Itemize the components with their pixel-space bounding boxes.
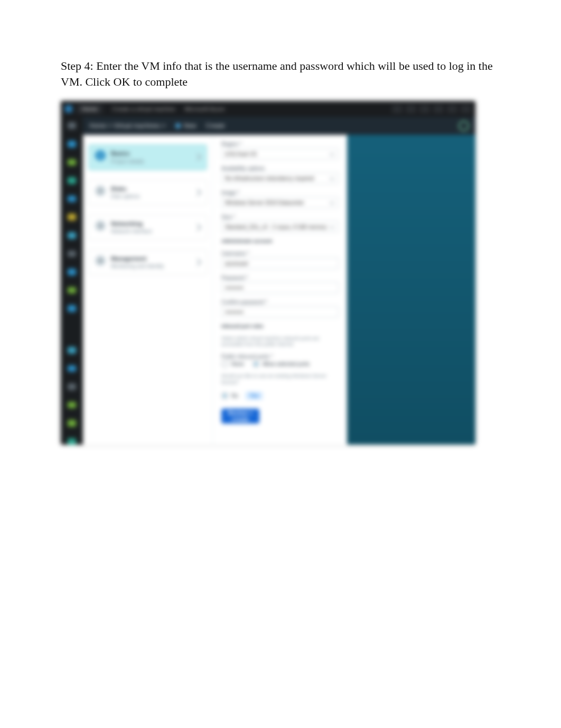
field-inbound-ports: Public inbound ports * None Allow select… xyxy=(221,354,339,367)
step-title: Disks xyxy=(111,186,190,192)
license-yes-link[interactable]: Yes xyxy=(246,392,263,400)
window-titlebar: Home Create a virtual machine Microsoft … xyxy=(61,101,475,117)
step-subtitle: Project details xyxy=(111,159,190,164)
step-subtitle: Network interface xyxy=(111,228,190,234)
resources-icon[interactable] xyxy=(68,196,76,202)
username-label: Username * xyxy=(221,251,339,256)
title-extra: Microsoft Azure xyxy=(185,106,225,112)
win-btn-6[interactable] xyxy=(461,105,471,113)
step-number-icon: 3 xyxy=(95,220,106,231)
help-icon[interactable] xyxy=(68,347,76,354)
step-subtitle: Disk options xyxy=(111,193,190,199)
step-title: Networking xyxy=(111,220,190,227)
review-create-button[interactable]: Review + create xyxy=(221,409,259,423)
radio-license-no[interactable] xyxy=(221,392,228,399)
win-btn-4[interactable] xyxy=(433,105,444,113)
wizard-steps: 1 Basics Project details 2 Disks Disk op… xyxy=(83,135,212,445)
settings-icon[interactable] xyxy=(68,365,76,372)
menu-icon[interactable] xyxy=(68,122,76,129)
ports-none-label: None xyxy=(231,361,244,367)
favorites-icon[interactable] xyxy=(68,214,76,220)
maximize-icon[interactable] xyxy=(406,105,416,113)
home-icon[interactable] xyxy=(68,141,76,148)
field-password: Password * xyxy=(221,275,339,293)
password-input[interactable] xyxy=(221,282,339,293)
field-license: No Yes xyxy=(221,392,339,400)
size-dropdown[interactable]: Standard_D2s_v3 - 2 vcpus, 8 GiB memory xyxy=(221,221,339,233)
cost-icon[interactable] xyxy=(68,383,76,390)
availability-label: Availability options xyxy=(221,165,339,171)
chevron-right-icon xyxy=(194,259,201,266)
ports-label: Public inbound ports * xyxy=(221,354,339,360)
title-tab[interactable]: Home xyxy=(77,104,102,114)
title-path: Create a virtual machine xyxy=(112,106,175,112)
advisor-icon[interactable] xyxy=(68,402,76,409)
admin-header: Administrator account xyxy=(221,238,339,245)
field-availability: Availability options No infrastructure r… xyxy=(221,165,339,184)
app-icon xyxy=(65,105,72,113)
win-btn-5[interactable] xyxy=(447,105,457,113)
availability-dropdown[interactable]: No infrastructure redundancy required xyxy=(221,172,339,184)
step-subtitle: Monitoring and identity xyxy=(111,263,190,269)
vm-icon[interactable] xyxy=(68,232,76,239)
security-icon[interactable] xyxy=(68,420,76,427)
dashboard-icon[interactable] xyxy=(68,159,76,166)
field-username: Username * xyxy=(221,251,339,269)
monitor-icon[interactable] xyxy=(68,287,76,294)
wizard-step-disks[interactable]: 2 Disks Disk options xyxy=(88,180,207,205)
step-number-icon: 4 xyxy=(95,255,106,266)
breadcrumb-bar: Home > Virtual machines > New Create xyxy=(83,117,475,135)
ports-allow-label: Allow selected ports xyxy=(263,361,310,367)
support-icon[interactable] xyxy=(68,438,76,445)
image-dropdown[interactable]: Windows Server 2019 Datacenter xyxy=(221,197,339,208)
storage-icon[interactable] xyxy=(68,251,76,257)
wizard-step-networking[interactable]: 3 Networking Network interface xyxy=(88,215,207,240)
preview-panel xyxy=(347,135,475,445)
username-input[interactable] xyxy=(221,257,339,269)
image-label: Image * xyxy=(221,190,339,196)
wizard-step-basics[interactable]: 1 Basics Project details xyxy=(88,144,207,170)
radio-allow[interactable] xyxy=(253,361,259,367)
minimize-icon[interactable] xyxy=(392,105,403,113)
wizard-step-management[interactable]: 4 Management Monitoring and identity xyxy=(88,250,207,275)
confirm-input[interactable] xyxy=(221,306,339,318)
step-number-icon: 1 xyxy=(95,150,106,161)
step-title: Management xyxy=(111,255,190,262)
inbound-header: Inbound port rules xyxy=(221,324,339,330)
breadcrumb-trail[interactable]: Home > Virtual machines > xyxy=(89,122,166,130)
instruction-text: Step 4: Enter the VM info that is the us… xyxy=(61,58,500,89)
license-hint: Would you like to use an existing Window… xyxy=(221,373,339,385)
password-label: Password * xyxy=(221,275,339,281)
step-number-icon: 2 xyxy=(95,186,106,196)
breadcrumb-pill-2[interactable]: Create xyxy=(206,122,225,130)
step-title: Basics xyxy=(111,150,190,157)
search-icon[interactable] xyxy=(459,121,469,131)
dot-icon xyxy=(175,123,181,128)
region-dropdown[interactable]: (US) East US xyxy=(221,148,339,160)
sql-icon[interactable] xyxy=(68,305,76,312)
region-label: Region * xyxy=(221,141,339,147)
inbound-hint: Select which virtual machine network por… xyxy=(221,336,339,348)
main-panel: 1 Basics Project details 2 Disks Disk op… xyxy=(83,135,347,445)
field-region: Region * (US) East US xyxy=(221,141,339,160)
license-no-label: No xyxy=(231,393,238,399)
network-icon[interactable] xyxy=(68,269,76,275)
chevron-right-icon xyxy=(194,189,201,196)
field-image: Image * Windows Server 2019 Datacenter xyxy=(221,190,339,208)
field-confirm-password: Confirm password * xyxy=(221,299,339,318)
size-label: Size * xyxy=(221,214,339,220)
form-panel: Region * (US) East US Availability optio… xyxy=(212,135,347,445)
confirm-label: Confirm password * xyxy=(221,299,339,305)
close-icon[interactable] xyxy=(419,105,430,113)
chevron-right-icon xyxy=(194,224,201,231)
field-size: Size * Standard_D2s_v3 - 2 vcpus, 8 GiB … xyxy=(221,214,339,233)
chevron-right-icon xyxy=(194,153,201,161)
services-icon[interactable] xyxy=(68,177,76,184)
sidebar-rail xyxy=(61,117,83,445)
radio-none[interactable] xyxy=(221,361,228,367)
breadcrumb-text: Home > Virtual machines > xyxy=(89,122,166,130)
screenshot-container: Home Create a virtual machine Microsoft … xyxy=(61,101,475,445)
breadcrumb-pill-1[interactable]: New xyxy=(175,122,197,130)
